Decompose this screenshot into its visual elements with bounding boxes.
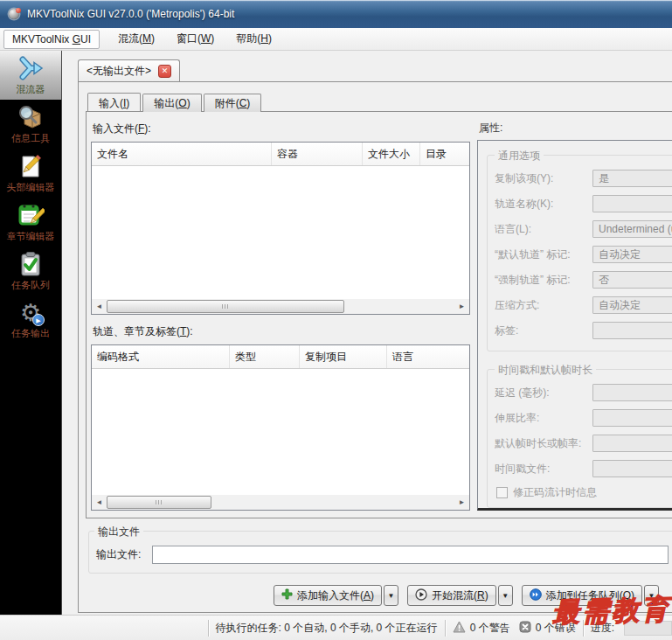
column-header-copy-item[interactable]: 复制项目 <box>300 345 387 368</box>
arrow-circle-icon <box>530 588 542 603</box>
default-duration-label: 默认帧时长或帧率: <box>495 436 592 451</box>
menu-help[interactable]: 帮助(H) <box>228 29 280 49</box>
tab-attachments[interactable]: 附件(C) <box>204 94 262 112</box>
output-file-group: 输出文件 输出文件: <box>88 531 672 574</box>
job-output-icon: ⚙▶ <box>17 300 44 326</box>
scroll-left-icon[interactable]: ◄ <box>92 495 107 510</box>
general-options-group: 通用选项 复制该项(Y): 是 轨道名称(K): 语言(L): <box>487 155 672 351</box>
tab-input[interactable]: 输入(I) <box>87 93 141 111</box>
tags-label: 标签: <box>495 323 592 338</box>
merge-document-page: 输入(I) 输出(O) 附件(C) 输入文件(F): 文件名 容器 文件大小 目… <box>78 81 672 613</box>
add-source-files-dropdown[interactable]: ▼ <box>384 585 398 606</box>
menu-bar: MKVToolNix GUI 混流(M) 窗口(W) 帮助(H) <box>0 28 672 51</box>
menu-window[interactable]: 窗口(W) <box>169 29 222 49</box>
header-editor-icon <box>17 152 45 180</box>
language-label: 语言(L): <box>495 222 592 237</box>
default-track-flag-label: “默认轨道” 标记: <box>495 247 592 262</box>
track-name-label: 轨道名称(K): <box>495 197 592 212</box>
column-header-codec[interactable]: 编码格式 <box>92 345 230 368</box>
scroll-left-icon[interactable]: ◄ <box>92 299 107 314</box>
sidebar-item-label: 头部编辑器 <box>7 181 55 194</box>
chapter-editor-icon <box>17 201 45 229</box>
warnings-status: 0 个警告 <box>453 621 510 636</box>
column-header-container[interactable]: 容器 <box>272 143 363 165</box>
scroll-thumb[interactable] <box>107 300 344 313</box>
errors-status: 0 个错误 <box>519 621 576 636</box>
sidebar-item-header-editor[interactable]: 头部编辑器 <box>0 149 61 198</box>
tab-no-output-file[interactable]: <无输出文件> ✕ <box>78 59 180 81</box>
tool-sidebar: 混流器 信息工具 <box>0 51 62 615</box>
input-files-table-body[interactable] <box>92 166 469 299</box>
input-files-table: 文件名 容器 文件大小 目录 ◄ ► <box>91 142 470 315</box>
scroll-right-icon[interactable]: ► <box>454 495 469 510</box>
warning-icon <box>453 621 466 636</box>
start-muxing-dropdown[interactable]: ▼ <box>498 585 513 606</box>
tab-output[interactable]: 输出(O) <box>142 94 201 112</box>
sidebar-item-label: 任务队列 <box>11 279 50 292</box>
window-title: MKVToolNix GUI v27.0.0 ('Metropolis') 64… <box>27 8 234 20</box>
status-bar: 待执行的任务: 0 个自动, 0 个手动, 0 个正在运行 0 个警告 0 个错… <box>0 615 672 640</box>
delay-input[interactable] <box>592 384 672 401</box>
play-icon <box>415 588 427 603</box>
default-track-flag-select[interactable]: 自动决定 <box>592 246 672 263</box>
default-duration-input[interactable] <box>592 435 672 452</box>
tracks-hscrollbar[interactable]: ◄ ► <box>92 495 469 510</box>
menu-merge[interactable]: 混流(M) <box>110 29 163 49</box>
add-source-files-button[interactable]: 添加输入文件(A) <box>274 585 382 606</box>
close-tab-icon[interactable]: ✕ <box>158 65 171 78</box>
document-tab-bar: <无输出文件> ✕ <box>78 59 672 81</box>
sidebar-item-job-queue[interactable]: 任务队列 <box>0 247 61 296</box>
sidebar-item-chapter-editor[interactable]: 章节编辑器 <box>0 198 61 247</box>
merge-tab-bar: 输入(I) 输出(O) 附件(C) <box>87 93 672 111</box>
start-muxing-button[interactable]: 开始混流(R) <box>407 585 496 606</box>
column-header-file-size[interactable]: 文件大小 <box>363 143 420 165</box>
compression-select[interactable]: 自动决定 <box>592 296 672 314</box>
scroll-right-icon[interactable]: ► <box>454 299 469 314</box>
stretch-input[interactable] <box>592 409 672 427</box>
forced-track-flag-label: “强制轨道” 标记: <box>495 273 592 288</box>
column-header-directory[interactable]: 目录 <box>420 143 469 165</box>
add-to-job-queue-dropdown[interactable]: ▼ <box>644 585 659 606</box>
sidebar-item-merge-tool[interactable]: 混流器 <box>0 51 61 100</box>
column-header-file-name[interactable]: 文件名 <box>92 143 272 165</box>
input-files-table-header: 文件名 容器 文件大小 目录 <box>92 143 469 166</box>
title-bar[interactable]: MKVToolNix GUI v27.0.0 ('Metropolis') 64… <box>0 0 672 28</box>
timestamp-file-input[interactable] <box>592 460 672 477</box>
tracks-table-header: 编码格式 类型 复制项目 语言 <box>92 345 469 369</box>
info-icon <box>17 103 45 131</box>
add-to-job-queue-button[interactable]: 添加到任务队列(Q) <box>522 585 642 606</box>
plus-icon <box>281 588 293 602</box>
sidebar-item-label: 章节编辑器 <box>7 230 55 243</box>
track-name-input[interactable] <box>592 195 672 212</box>
app-logo-icon <box>7 7 21 21</box>
column-header-language[interactable]: 语言 <box>387 345 469 368</box>
copy-item-select[interactable]: 是 <box>592 170 672 187</box>
pending-jobs-status: 待执行的任务: 0 个自动, 0 个手动, 0 个正在运行 <box>216 621 438 636</box>
timestamps-title: 时间戳和默认帧时长 <box>495 363 596 378</box>
compression-label: 压缩方式: <box>495 298 592 313</box>
input-files-label: 输入文件(F): <box>93 122 470 136</box>
tracks-label: 轨道、章节及标签(T): <box>93 324 470 339</box>
input-files-hscrollbar[interactable]: ◄ ► <box>92 299 469 314</box>
fix-timing-checkbox[interactable] <box>496 487 508 498</box>
language-select[interactable]: Undetermined (u <box>592 220 672 238</box>
output-file-input[interactable] <box>152 546 669 564</box>
tags-input[interactable] <box>592 322 672 339</box>
output-file-group-title: 输出文件 <box>94 525 143 539</box>
column-header-type[interactable]: 类型 <box>230 345 300 368</box>
merge-tool-content: <无输出文件> ✕ 输入(I) 输出(O) 附件(C) 输入文件(F): 文件名… <box>62 51 672 615</box>
sidebar-item-info-tool[interactable]: 信息工具 <box>0 100 61 149</box>
menu-mkvtoolnix-gui[interactable]: MKVToolNix GUI <box>3 30 100 49</box>
error-icon <box>519 621 531 636</box>
main-area: 混流器 信息工具 <box>0 51 672 615</box>
forced-track-flag-select[interactable]: 否 <box>592 271 672 289</box>
tracks-table-body[interactable] <box>92 369 469 495</box>
scroll-thumb[interactable] <box>107 496 211 509</box>
tracks-table: 编码格式 类型 复制项目 语言 ◄ ► <box>91 344 470 511</box>
sidebar-item-job-output[interactable]: ⚙▶ 任务输出 <box>0 296 61 344</box>
general-options-title: 通用选项 <box>495 149 544 163</box>
action-buttons-row: 添加输入文件(A) ▼ 开始混流(R) ▼ <box>86 585 659 606</box>
document-tab-title: <无输出文件> <box>87 64 151 79</box>
input-tab-page: 输入文件(F): 文件名 容器 文件大小 目录 ◄ <box>86 111 672 518</box>
fix-timing-label: 修正码流计时信息 <box>513 485 597 500</box>
